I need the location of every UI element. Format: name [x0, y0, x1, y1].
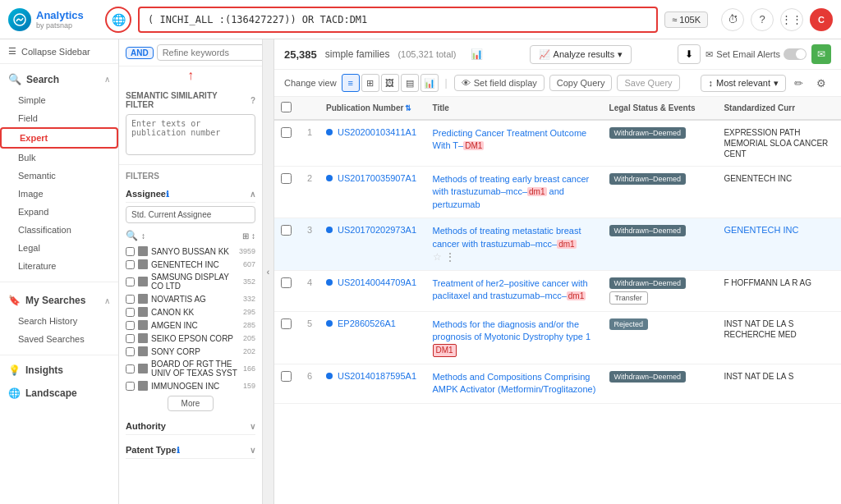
- assignee-sort-button[interactable]: ↕: [141, 231, 145, 241]
- title-text-2[interactable]: Methods of treating metastatic breast ca…: [433, 226, 581, 248]
- assignee-checkbox-5[interactable]: [126, 321, 135, 330]
- std-link-2[interactable]: GENENTECH INC: [724, 225, 798, 235]
- view-image-button[interactable]: 🖼: [381, 74, 399, 92]
- assignee-label: Assignee: [126, 189, 166, 199]
- assignee-checkbox-6[interactable]: [126, 334, 135, 343]
- query-text: ( INCHI_ALL :(136427227)) OR TACD:DM1: [148, 14, 367, 25]
- row-checkbox-4[interactable]: [281, 318, 292, 329]
- assignee-header[interactable]: Assignee ℹ ∧: [126, 186, 255, 203]
- view-grid-button[interactable]: ⊞: [361, 74, 379, 92]
- timer-icon-button[interactable]: ⏱: [721, 8, 744, 31]
- green-action-button[interactable]: ✉: [811, 44, 831, 64]
- globe-button[interactable]: 🌐: [105, 7, 131, 33]
- title-text-1[interactable]: Methods of treating early breast cancer …: [433, 174, 590, 209]
- semantic-input[interactable]: [126, 114, 255, 155]
- th-standardized[interactable]: Standardized Curr: [717, 97, 841, 120]
- copy-query-button[interactable]: Copy Query: [549, 75, 613, 91]
- sidebar-item-insights[interactable]: 💡 Insights: [0, 359, 118, 382]
- sidebar-item-expand[interactable]: Expand: [0, 203, 118, 221]
- help-icon-button[interactable]: ?: [751, 8, 774, 31]
- most-relevant-button[interactable]: ↕ Most relevant ▾: [701, 75, 786, 92]
- sidebar-item-search-history[interactable]: Search History: [0, 312, 118, 330]
- authority-header[interactable]: Authority ∨: [126, 418, 255, 435]
- sidebar-item-expert[interactable]: Expert: [0, 127, 118, 149]
- sidebar-item-image[interactable]: Image: [0, 185, 118, 203]
- assignee-checkbox-2[interactable]: [126, 277, 135, 286]
- row-checkbox-3[interactable]: [281, 277, 292, 288]
- view-compact-button[interactable]: ▤: [401, 74, 419, 92]
- pub-link-3[interactable]: US20140044709A1: [338, 277, 416, 287]
- email-alerts-toggle[interactable]: [784, 48, 807, 60]
- save-query-button[interactable]: Save Query: [617, 75, 679, 91]
- title-text-5[interactable]: Methods and Compositions Comprising AMPK…: [433, 372, 596, 394]
- title-text-4[interactable]: Methods for the diagnosis and/or the pro…: [433, 319, 591, 355]
- view-chart-button[interactable]: 📊: [420, 74, 439, 92]
- assignee-search-button[interactable]: 🔍: [126, 230, 138, 241]
- hamburger-icon: ☰: [8, 46, 16, 57]
- pub-link-0[interactable]: US20200103411A1: [338, 127, 416, 137]
- sidebar-item-literature[interactable]: Literature: [0, 257, 118, 275]
- row-checkbox-2[interactable]: [281, 225, 292, 236]
- row-checkbox-5[interactable]: [281, 371, 292, 382]
- refine-keywords-input[interactable]: [157, 44, 263, 61]
- assignee-sort2-button[interactable]: ↕: [251, 231, 255, 241]
- pub-link-4[interactable]: EP2860526A1: [338, 318, 396, 328]
- download-button[interactable]: ⬇: [678, 44, 701, 64]
- assignee-checkbox-7[interactable]: [126, 347, 135, 356]
- filter-top-bar: AND 🔍 ⬆: [119, 39, 262, 66]
- sidebar-item-saved-searches[interactable]: Saved Searches: [0, 330, 118, 348]
- assignee-checkbox-0[interactable]: [126, 247, 135, 256]
- assignee-checkbox-9[interactable]: [126, 382, 135, 391]
- assignee-dropdown[interactable]: Std. Current Assignee: [126, 206, 255, 223]
- status-badge-2: Withdrawn–Deemed: [609, 225, 687, 236]
- th-publication-number[interactable]: Publication Number ⇅: [319, 97, 426, 120]
- edit-button[interactable]: ✏: [789, 75, 808, 92]
- panel-collapse-handle[interactable]: ‹: [263, 39, 274, 504]
- assignee-company-icon-6: [138, 333, 148, 343]
- query-box[interactable]: ( INCHI_ALL :(136427227)) OR TACD:DM1: [138, 7, 658, 33]
- collapse-sidebar-button[interactable]: ☰ Collapse Sidebar: [0, 39, 118, 64]
- sidebar-item-legal[interactable]: Legal: [0, 239, 118, 257]
- assignee-count-3: 332: [243, 295, 255, 303]
- view-list-button[interactable]: ≡: [342, 74, 360, 92]
- sidebar-item-simple[interactable]: Simple: [0, 91, 118, 109]
- set-field-display-button[interactable]: 👁 Set field display: [454, 75, 545, 91]
- title-text-0[interactable]: Predicting Cancer Treatment Outcome With…: [433, 128, 587, 150]
- th-legal-status[interactable]: Legal Status & Events: [603, 97, 718, 120]
- settings-button[interactable]: ⚙: [811, 75, 831, 92]
- row-num-2: 3: [300, 218, 319, 271]
- row-checkbox-1[interactable]: [281, 173, 292, 184]
- row-checkbox-0[interactable]: [281, 127, 292, 138]
- analyze-results-button[interactable]: 📈 Analyze results ▾: [530, 45, 632, 64]
- assignee-checkbox-4[interactable]: [126, 308, 135, 317]
- assignee-checkbox-8[interactable]: [126, 364, 135, 373]
- sidebar-item-classification[interactable]: Classification: [0, 221, 118, 239]
- more-row-button-2[interactable]: ⋮: [444, 250, 456, 263]
- more-button[interactable]: More: [168, 396, 214, 411]
- title-text-3[interactable]: Treatment of her2–positive cancer with p…: [433, 278, 588, 300]
- assignee-checkbox-3[interactable]: [126, 295, 135, 304]
- sidebar-item-bulk[interactable]: Bulk: [0, 149, 118, 167]
- assignee-company-icon-3: [138, 294, 148, 304]
- row-num-1: 2: [300, 167, 319, 218]
- th-title[interactable]: Title: [426, 97, 603, 120]
- sidebar-item-my-searches[interactable]: 🔖 My Searches ∧: [0, 289, 118, 312]
- sidebar-item-field[interactable]: Field: [0, 109, 118, 127]
- pub-link-1[interactable]: US20170035907A1: [338, 173, 416, 183]
- star-button-2[interactable]: ☆: [433, 251, 442, 263]
- sidebar-item-landscape[interactable]: 🌐 Landscape: [0, 382, 118, 405]
- pub-link-2[interactable]: US20170202973A1: [338, 225, 416, 235]
- assignee-checkbox-1[interactable]: [126, 260, 135, 269]
- highlight-dm1-3: dm1: [567, 291, 586, 300]
- sidebar-item-search[interactable]: 🔍 Search ∧: [0, 67, 118, 91]
- row-checkbox-cell: [274, 270, 300, 311]
- row-status-1: Withdrawn–Deemed: [603, 167, 718, 218]
- assignee-filter-button[interactable]: ⊞: [242, 231, 249, 241]
- pub-link-5[interactable]: US20140187595A1: [338, 371, 416, 381]
- sidebar-item-semantic[interactable]: Semantic: [0, 167, 118, 185]
- patent-type-header[interactable]: Patent Type ℹ ∨: [126, 442, 255, 459]
- blue-dot-icon-2: [326, 227, 333, 233]
- select-all-checkbox[interactable]: [281, 102, 292, 112]
- grid-icon-button[interactable]: ⋮⋮: [780, 8, 803, 31]
- avatar-button[interactable]: C: [810, 8, 833, 31]
